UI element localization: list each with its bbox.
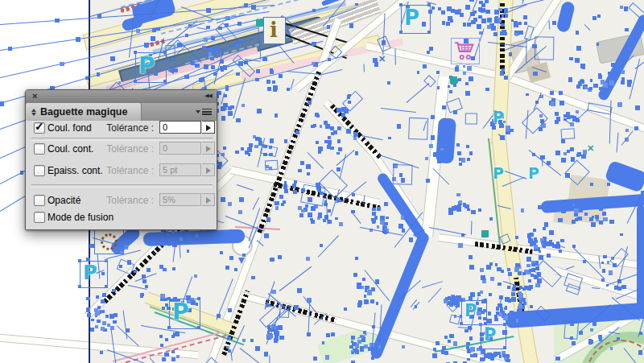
anchor-point <box>378 345 382 349</box>
blending-mode-label: Mode de fusion <box>47 212 114 223</box>
anchor-point <box>463 204 467 208</box>
anchor-point <box>635 105 640 110</box>
anchor-point <box>102 321 106 325</box>
fill-color-checkbox[interactable] <box>34 122 45 134</box>
stroke-weight-label: Epaiss. cont. <box>47 165 103 176</box>
anchor-point <box>599 207 603 211</box>
parking-marker[interactable]: P <box>138 55 155 77</box>
anchor-point <box>572 220 576 224</box>
tolerance-slider-arrow-icon[interactable] <box>202 121 215 134</box>
anchor-point <box>353 342 357 345</box>
anchor-point <box>55 19 59 23</box>
anchor-point <box>500 71 504 75</box>
fill-tolerance-input[interactable] <box>159 121 201 134</box>
anchor-point <box>279 336 284 340</box>
anchor-point <box>498 8 502 11</box>
parking-marker[interactable]: P <box>493 166 504 181</box>
anchor-point <box>523 15 527 19</box>
anchor-point <box>162 307 165 310</box>
stroke-weight-tolerance-input[interactable] <box>159 163 201 176</box>
anchor-point <box>360 348 364 352</box>
parking-marker[interactable]: P <box>404 7 419 28</box>
row-fill-color: Coul. fond Tolérance : <box>26 122 217 135</box>
panel-expand-collapse-icon[interactable] <box>31 109 36 116</box>
anchor-point <box>344 307 347 311</box>
opacity-checkbox[interactable] <box>34 195 45 206</box>
anchor-point <box>467 66 472 71</box>
anchor-point <box>100 351 103 354</box>
anchor-point <box>448 16 452 21</box>
selected-path-line <box>352 212 361 225</box>
anchor-point <box>437 159 440 162</box>
anchor-point <box>255 78 259 82</box>
anchor-point <box>497 283 502 287</box>
anchor-point <box>527 257 531 261</box>
tab-baguette-magique[interactable]: Baguette magique <box>26 103 142 121</box>
anchor-point <box>450 137 453 140</box>
parking-marker[interactable]: P <box>83 263 97 283</box>
anchor-point <box>470 354 473 357</box>
anchor-point <box>493 32 497 36</box>
tolerance-slider-arrow-icon[interactable] <box>202 163 215 176</box>
parking-marker[interactable]: P <box>172 301 189 324</box>
anchor-point <box>448 210 453 215</box>
anchor-point <box>242 104 245 107</box>
selected-path-line <box>428 287 442 303</box>
panel-header-bar[interactable]: × ◀◀ <box>26 90 217 104</box>
anchor-point <box>105 315 109 318</box>
anchor-point <box>176 355 180 358</box>
close-icon[interactable]: × <box>32 91 37 101</box>
anchor-point <box>469 0 474 2</box>
anchor-point <box>417 71 420 74</box>
anchor-point <box>465 5 470 10</box>
stroke-weight-checkbox[interactable] <box>34 165 45 176</box>
anchor-point <box>467 158 470 161</box>
anchor-point <box>134 270 137 273</box>
anchor-point <box>355 3 358 6</box>
parking-marker[interactable]: P <box>528 166 539 181</box>
anchor-point <box>312 9 316 12</box>
anchor-point <box>506 127 510 131</box>
stroke-color-checkbox[interactable] <box>34 143 45 155</box>
anchor-point <box>519 31 523 35</box>
anchor-point <box>279 74 283 78</box>
parking-marker[interactable]: P <box>484 327 496 344</box>
anchor-point <box>247 147 252 152</box>
anchor-point <box>415 243 419 247</box>
blending-mode-checkbox[interactable] <box>34 212 45 223</box>
anchor-point <box>284 189 287 192</box>
anchor-point <box>589 217 593 221</box>
collapse-panel-icon[interactable]: ◀◀ <box>204 93 212 99</box>
anchor-point <box>617 337 620 340</box>
selected-path-line <box>592 287 600 289</box>
anchor-point <box>270 68 273 72</box>
tolerance-slider-arrow-icon[interactable] <box>202 193 215 206</box>
anchor-point <box>432 353 437 358</box>
selected-path-line <box>360 227 403 236</box>
anchor-point <box>518 303 523 308</box>
anchor-point <box>579 208 583 212</box>
tolerance-slider-arrow-icon[interactable] <box>202 142 215 155</box>
supermarket-cart-icon[interactable] <box>451 38 480 64</box>
anchor-point <box>567 150 570 153</box>
parking-marker[interactable]: P <box>464 303 477 320</box>
anchor-point <box>228 111 233 116</box>
parking-marker[interactable]: P <box>493 109 504 125</box>
anchor-point <box>625 129 629 132</box>
anchor-point <box>60 62 64 66</box>
anchor-point <box>327 25 330 28</box>
magic-wand-panel: × ◀◀ Baguette magique Coul. fond Toléran… <box>25 89 217 230</box>
panel-menu-icon[interactable] <box>196 109 212 115</box>
anchor-point <box>458 78 461 81</box>
anchor-point <box>254 145 258 149</box>
anchor-point <box>589 87 592 90</box>
anchor-point <box>223 103 227 107</box>
selected-object-outline <box>446 98 463 113</box>
anchor-point <box>298 206 302 210</box>
anchor-point <box>355 257 358 260</box>
stroke-tolerance-input[interactable] <box>159 142 201 155</box>
anchor-point <box>592 322 597 326</box>
opacity-tolerance-input[interactable] <box>159 193 201 206</box>
anchor-point <box>337 139 341 142</box>
info-marker[interactable]: i <box>270 19 278 40</box>
